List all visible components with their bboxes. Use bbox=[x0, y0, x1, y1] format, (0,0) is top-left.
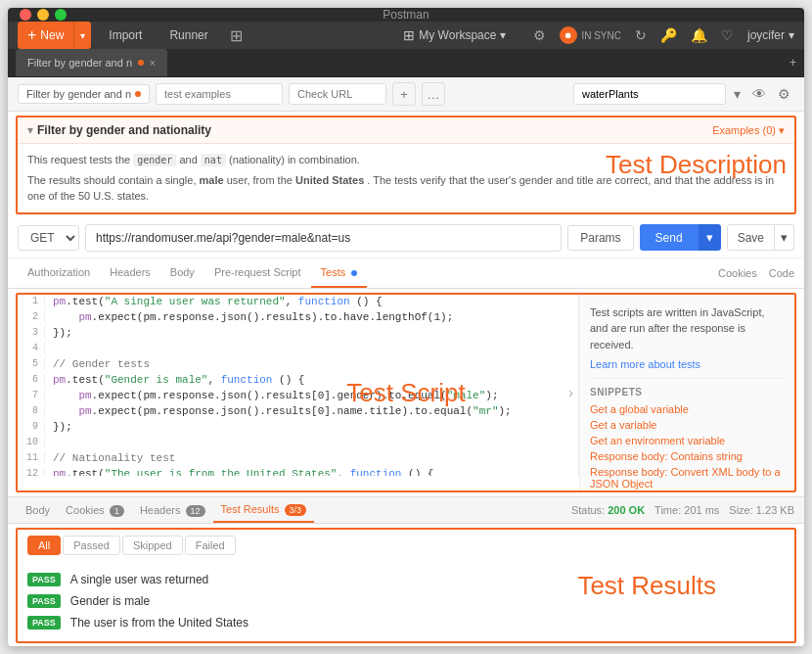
url-input[interactable] bbox=[85, 224, 562, 252]
add-request-btn[interactable]: + bbox=[392, 82, 416, 106]
code-link[interactable]: Code bbox=[769, 267, 794, 279]
examples-button[interactable]: Examples (0) ▾ bbox=[712, 124, 785, 137]
tab-headers[interactable]: Headers bbox=[100, 258, 160, 288]
method-group: GET bbox=[18, 225, 79, 251]
user-menu[interactable]: joycifer ▾ bbox=[747, 28, 794, 42]
tab-prerequest[interactable]: Pre-request Script bbox=[204, 258, 311, 288]
test-results-badge: 3/3 bbox=[285, 504, 307, 516]
key-icon[interactable]: 🔑 bbox=[660, 27, 677, 43]
status-code: 200 OK bbox=[608, 504, 645, 516]
add-tab-btn[interactable]: + bbox=[789, 56, 796, 70]
snippet-0[interactable]: Get a global variable bbox=[590, 403, 785, 415]
filter-tabs: All Passed Skipped Failed bbox=[18, 530, 794, 561]
maximize-dot[interactable] bbox=[55, 9, 67, 21]
heart-icon[interactable]: ♡ bbox=[721, 27, 734, 43]
description-box: ▾ Filter by gender and nationality Examp… bbox=[16, 116, 796, 214]
test-result-0: PASS A single user was returned bbox=[27, 569, 785, 590]
test-result-text-2: The user is from the United States bbox=[70, 616, 248, 630]
tab-dot bbox=[138, 60, 144, 66]
settings-icon[interactable]: ⚙ bbox=[533, 27, 546, 43]
pass-badge-2: PASS bbox=[27, 616, 61, 630]
tab-authorization[interactable]: Authorization bbox=[18, 258, 100, 288]
save-button[interactable]: Save bbox=[727, 224, 775, 251]
window-controls bbox=[20, 9, 67, 21]
description-body: This request tests the gender and nat (n… bbox=[18, 144, 794, 212]
collection-input[interactable] bbox=[573, 83, 726, 105]
code-editor[interactable]: 1 pm.test("A single user was returned", … bbox=[18, 295, 579, 476]
collection-select: ▾ 👁 ⚙ bbox=[573, 83, 794, 105]
cookies-badge: 1 bbox=[110, 505, 124, 517]
request-row: GET Params Send ▾ Save ▾ bbox=[8, 218, 804, 258]
new-button[interactable]: + New bbox=[18, 22, 73, 49]
response-tabs: Body Cookies 1 Headers 12 Test Results 3… bbox=[8, 496, 804, 524]
cookies-link[interactable]: Cookies bbox=[718, 267, 757, 279]
close-dot[interactable] bbox=[20, 9, 31, 21]
test-result-2: PASS The user is from the United States bbox=[27, 612, 785, 633]
response-status: Status: 200 OK Time: 201 ms Size: 1.23 K… bbox=[571, 504, 794, 516]
request-tabs: Authorization Headers Body Pre-request S… bbox=[8, 258, 804, 289]
refresh-icon[interactable]: ↻ bbox=[635, 27, 647, 43]
minimize-dot[interactable] bbox=[37, 9, 49, 21]
check-url-input[interactable] bbox=[289, 83, 386, 105]
description-title: Filter by gender and nationality bbox=[37, 123, 211, 137]
send-dropdown-btn[interactable]: ▾ bbox=[699, 224, 721, 251]
runner-button[interactable]: Runner bbox=[159, 23, 217, 47]
description-section: ▾ Filter by gender and nationality Examp… bbox=[8, 112, 804, 218]
snippet-1[interactable]: Get a variable bbox=[590, 419, 785, 431]
params-button[interactable]: Params bbox=[567, 225, 633, 251]
eye-btn[interactable]: 👁 bbox=[748, 84, 770, 104]
tab-tests[interactable]: Tests bbox=[311, 258, 368, 288]
filter-all[interactable]: All bbox=[27, 536, 61, 555]
code-line-1: 1 pm.test("A single user was returned", … bbox=[18, 295, 578, 310]
method-select[interactable]: GET bbox=[19, 226, 78, 250]
tab-filter[interactable]: Filter by gender and n × bbox=[16, 49, 167, 76]
headers-badge: 12 bbox=[186, 505, 205, 517]
tests-dot bbox=[351, 270, 357, 276]
resp-tab-cookies[interactable]: Cookies 1 bbox=[58, 498, 132, 522]
send-button[interactable]: Send bbox=[640, 224, 699, 251]
description-header: ▾ Filter by gender and nationality Examp… bbox=[18, 117, 794, 144]
save-dropdown-btn[interactable]: ▾ bbox=[775, 224, 794, 251]
code-line-4: 4 bbox=[18, 342, 578, 357]
response-time: 201 ms bbox=[684, 504, 719, 516]
learn-more-link[interactable]: Learn more about tests bbox=[590, 358, 700, 370]
snippet-2[interactable]: Get an environment variable bbox=[590, 435, 785, 446]
info-text: Test scripts are written in JavaScript, … bbox=[590, 304, 785, 353]
code-line-12: 12 pm.test("The user is from the United … bbox=[18, 467, 578, 476]
code-line-9: 9 }); bbox=[18, 420, 578, 436]
import-button[interactable]: Import bbox=[99, 23, 152, 47]
filter-failed[interactable]: Failed bbox=[185, 536, 236, 555]
filter-passed[interactable]: Passed bbox=[63, 536, 120, 555]
code-line-7: 7 pm.expect(pm.response.json().results[0… bbox=[18, 389, 578, 404]
tab-name-input[interactable] bbox=[156, 83, 283, 105]
code-line-11: 11 // Nationality test bbox=[18, 451, 578, 467]
pass-badge-1: PASS bbox=[27, 594, 61, 608]
workspace-button[interactable]: ⊞ My Workspace ▾ bbox=[393, 23, 516, 48]
send-group: Send ▾ bbox=[640, 224, 721, 251]
new-button-group[interactable]: + New ▾ bbox=[18, 22, 91, 49]
new-button-arrow[interactable]: ▾ bbox=[74, 22, 91, 49]
nav-bar: + New ▾ Import Runner ⊞ ⊞ My Workspace ▾… bbox=[8, 22, 804, 49]
resp-tab-body[interactable]: Body bbox=[18, 498, 58, 522]
bell-icon[interactable]: 🔔 bbox=[691, 27, 707, 43]
settings-collection-btn[interactable]: ⚙ bbox=[774, 84, 794, 104]
filter-tag: Filter by gender and n bbox=[18, 84, 150, 104]
resp-tab-headers[interactable]: Headers 12 bbox=[132, 498, 213, 522]
sync-indicator: ⏺ bbox=[560, 26, 577, 44]
collection-dropdown-btn[interactable]: ▾ bbox=[730, 84, 744, 104]
tab-body[interactable]: Body bbox=[160, 258, 204, 288]
code-line-6: 6 pm.test("Gender is male", function () … bbox=[18, 373, 578, 389]
code-line-2: 2 pm.expect(pm.response.json().results).… bbox=[18, 310, 578, 326]
response-size: 1.23 KB bbox=[756, 504, 794, 516]
test-result-text-1: Gender is male bbox=[70, 594, 150, 608]
filter-skipped[interactable]: Skipped bbox=[122, 536, 183, 555]
panel-expand-icon[interactable]: › bbox=[568, 385, 573, 400]
panel-divider bbox=[590, 378, 785, 379]
save-group: Save ▾ bbox=[727, 224, 794, 251]
resp-tab-test-results[interactable]: Test Results 3/3 bbox=[213, 497, 315, 523]
more-options-btn[interactable]: … bbox=[422, 82, 445, 106]
snippet-3[interactable]: Response body: Contains string bbox=[590, 450, 785, 462]
test-result-1: PASS Gender is male bbox=[27, 590, 785, 612]
sync-area: ⏺ IN SYNC bbox=[560, 26, 621, 44]
snippet-4[interactable]: Response body: Convert XML body to a JSO… bbox=[590, 466, 785, 490]
